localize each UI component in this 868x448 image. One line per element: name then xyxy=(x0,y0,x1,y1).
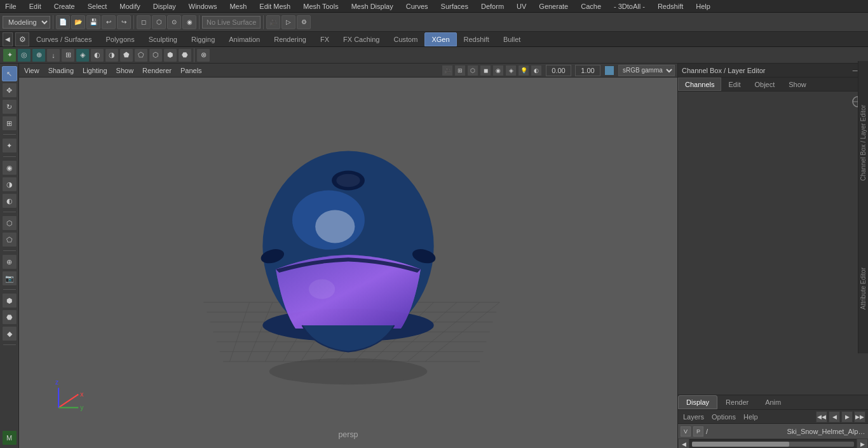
menu-mesh-display[interactable]: Mesh Display xyxy=(349,3,396,10)
xgen-icon-7[interactable]: ◐ xyxy=(90,48,104,62)
tab-curves-surfaces[interactable]: Curves / Surfaces xyxy=(29,32,98,46)
select-tool-btn[interactable]: ↖ xyxy=(2,66,17,81)
vp-grid-btn[interactable]: ⊞ xyxy=(454,65,466,76)
display-tab-anim[interactable]: Anim xyxy=(757,395,789,409)
vp-color-swatch[interactable] xyxy=(604,65,614,76)
xgen-icon-10[interactable]: ⬠ xyxy=(134,48,148,62)
xgen-icon-5[interactable]: ⊞ xyxy=(61,48,75,62)
xgen-icon-14[interactable]: ⊗ xyxy=(196,48,210,62)
panel-minimize-btn[interactable]: ─ xyxy=(853,67,858,74)
lasso-select-btn[interactable]: ⬡ xyxy=(2,215,17,231)
snap-btn[interactable]: ⊕ xyxy=(2,254,17,269)
open-scene-btn[interactable]: 📂 xyxy=(71,15,85,29)
lasso-btn[interactable]: ⬡ xyxy=(152,15,166,29)
layer-nav-prev-btn[interactable]: ◀ xyxy=(829,411,840,423)
vertical-tab-channel-box[interactable]: Channel Box / Layer Editor xyxy=(860,105,867,181)
layer-menu-layers[interactable]: Layers xyxy=(681,413,707,421)
xgen-icon-8[interactable]: ◑ xyxy=(105,48,119,62)
menu-mesh[interactable]: Mesh xyxy=(227,3,249,10)
xgen-icon-13[interactable]: ⬣ xyxy=(178,48,192,62)
channel-tab-edit[interactable]: Edit xyxy=(721,78,747,91)
tab-polygons[interactable]: Polygons xyxy=(98,32,141,46)
create-poly-btn[interactable]: ⬢ xyxy=(2,293,17,308)
render-settings-btn[interactable]: ⚙ xyxy=(297,15,311,29)
marquee-btn[interactable]: ⬠ xyxy=(2,232,17,247)
channel-tab-show[interactable]: Show xyxy=(782,78,813,91)
layer-scrollbar[interactable] xyxy=(692,442,854,447)
xgen-icon-9[interactable]: ⬟ xyxy=(119,48,133,62)
move-tool-btn[interactable]: ✥ xyxy=(2,83,17,98)
menu-3dtall[interactable]: - 3DtoAll - xyxy=(611,3,648,10)
menu-select[interactable]: Select xyxy=(85,3,110,10)
vp-wireframe-btn[interactable]: ⬡ xyxy=(467,65,478,76)
tab-custom[interactable]: Custom xyxy=(387,32,425,46)
tab-sculpting[interactable]: Sculpting xyxy=(142,32,184,46)
menu-windows[interactable]: Windows xyxy=(186,3,220,10)
layer-menu-options[interactable]: Options xyxy=(709,413,738,421)
workspace-dropdown[interactable]: Modeling xyxy=(3,16,50,29)
vp-menu-renderer[interactable]: Renderer xyxy=(140,67,174,74)
menu-edit-mesh[interactable]: Edit Mesh xyxy=(257,3,293,10)
scale-tool-btn[interactable]: ⊞ xyxy=(2,116,17,131)
vp-field-0[interactable] xyxy=(546,65,571,76)
menu-generate[interactable]: Generate xyxy=(536,3,571,10)
new-scene-btn[interactable]: 📄 xyxy=(56,15,70,29)
camera-btn[interactable]: 📷 xyxy=(2,271,17,286)
xgen-icon-1[interactable]: ✦ xyxy=(3,48,17,62)
tab-xgen[interactable]: XGen xyxy=(424,32,456,46)
layer-playback-btn[interactable]: P xyxy=(693,426,703,437)
menu-modify[interactable]: Modify xyxy=(117,3,142,10)
vp-cam-btn[interactable]: 🎥 xyxy=(442,65,453,76)
layer-scroll-right[interactable]: ▶ xyxy=(857,438,868,449)
vp-menu-show[interactable]: Show xyxy=(114,67,137,74)
vp-light-btn[interactable]: 💡 xyxy=(518,65,529,76)
tab-fx-caching[interactable]: FX Caching xyxy=(336,32,386,46)
menu-edit[interactable]: Edit xyxy=(27,3,44,10)
sculpt-btn[interactable]: ◑ xyxy=(2,177,17,192)
tab-animation[interactable]: Animation xyxy=(222,32,267,46)
maya-logo-btn[interactable]: M xyxy=(2,430,17,445)
layer-scroll-left[interactable]: ◀ xyxy=(678,438,689,449)
universal-manip-btn[interactable]: ✦ xyxy=(2,138,17,153)
vp-solid-btn[interactable]: ◼ xyxy=(480,65,491,76)
display-tab-display[interactable]: Display xyxy=(678,395,717,409)
vp-gamma-select[interactable]: sRGB gamma xyxy=(618,65,675,76)
collapse-panel-btn[interactable]: ◀ xyxy=(3,32,13,46)
viewport-canvas[interactable]: x y z persp xyxy=(19,78,677,448)
tab-fx[interactable]: FX xyxy=(313,32,336,46)
xgen-icon-6[interactable]: ◈ xyxy=(76,48,90,62)
vp-smooth-btn[interactable]: ◉ xyxy=(492,65,504,76)
select-btn[interactable]: ◻ xyxy=(137,15,151,29)
menu-mesh-tools[interactable]: Mesh Tools xyxy=(301,3,341,10)
vertical-tab-attribute-editor[interactable]: Attribute Editor xyxy=(860,268,867,309)
undo-btn[interactable]: ↩ xyxy=(102,15,116,29)
tab-bullet[interactable]: Bullet xyxy=(496,32,528,46)
soft-select-btn[interactable]: ◉ xyxy=(2,160,17,175)
xgen-icon-12[interactable]: ⬢ xyxy=(163,48,177,62)
menu-deform[interactable]: Deform xyxy=(478,3,506,10)
redo-btn[interactable]: ↪ xyxy=(117,15,131,29)
xgen-icon-4[interactable]: ↓ xyxy=(46,48,60,62)
menu-help[interactable]: Help xyxy=(693,3,713,10)
sculpt-btn[interactable]: ◉ xyxy=(182,15,196,29)
menu-display[interactable]: Display xyxy=(151,3,179,10)
render-view-btn[interactable]: 🎥 xyxy=(266,15,280,29)
tab-rigging[interactable]: Rigging xyxy=(184,32,222,46)
layer-nav-left-btn[interactable]: ◀◀ xyxy=(816,411,827,423)
settings-btn[interactable]: ⚙ xyxy=(15,32,29,46)
menu-create[interactable]: Create xyxy=(51,3,78,10)
layer-scroll[interactable]: ◀ ▶ xyxy=(678,439,868,448)
tab-redshift[interactable]: Redshift xyxy=(457,32,496,46)
paint-btn[interactable]: ⊙ xyxy=(167,15,181,29)
xgen-icon-3[interactable]: ⊕ xyxy=(32,48,46,62)
display-tab-render[interactable]: Render xyxy=(717,395,757,409)
vp-menu-lighting[interactable]: Lighting xyxy=(80,67,110,74)
vp-texture-btn[interactable]: ◈ xyxy=(505,65,517,76)
extrude-btn[interactable]: ⬣ xyxy=(2,309,17,325)
vp-shadow-btn[interactable]: ◐ xyxy=(531,65,542,76)
layer-nav-right-btn[interactable]: ▶▶ xyxy=(854,411,865,423)
channel-tab-channels[interactable]: Channels xyxy=(678,78,721,91)
vp-field-1[interactable] xyxy=(575,65,600,76)
vp-menu-panels[interactable]: Panels xyxy=(178,67,205,74)
xgen-icon-11[interactable]: ⬡ xyxy=(149,48,163,62)
